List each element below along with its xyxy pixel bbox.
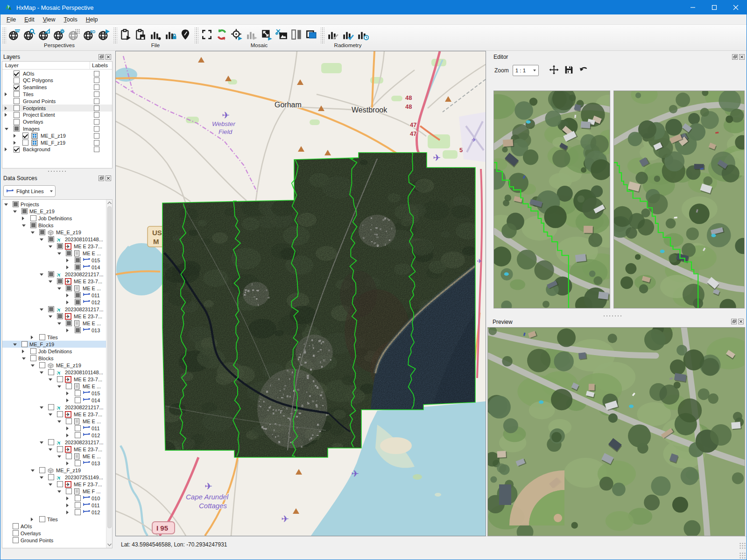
tree-row-me-e-z19[interactable]: ME_E_z19 bbox=[2, 229, 106, 236]
clipboard-play-button[interactable] bbox=[118, 28, 133, 42]
maximize-button[interactable] bbox=[704, 0, 725, 14]
tree-checkbox[interactable] bbox=[48, 271, 54, 277]
expander-icon[interactable] bbox=[57, 455, 61, 458]
expander-icon[interactable] bbox=[49, 483, 52, 486]
expander-icon[interactable] bbox=[4, 203, 8, 206]
labels-checkbox[interactable] bbox=[94, 119, 99, 125]
tree-row-012[interactable]: 012 bbox=[2, 432, 106, 439]
tree-row-010[interactable]: 010 bbox=[2, 495, 106, 502]
expander-icon[interactable] bbox=[40, 238, 43, 241]
expander-icon[interactable] bbox=[57, 385, 61, 388]
tree-checkbox[interactable] bbox=[13, 537, 19, 543]
expander-icon[interactable] bbox=[66, 301, 69, 304]
tree-row-job-definitions[interactable]: Job Definitions bbox=[2, 215, 106, 222]
tree-row-013[interactable]: 013 bbox=[2, 327, 106, 334]
labels-checkbox[interactable] bbox=[94, 133, 99, 139]
expander-icon[interactable] bbox=[49, 245, 52, 248]
tree-checkbox[interactable] bbox=[75, 264, 81, 270]
expander-icon[interactable] bbox=[49, 280, 52, 283]
preview-float-button[interactable] bbox=[731, 319, 737, 324]
expander-icon[interactable] bbox=[31, 231, 35, 234]
tree-row-me-f-z19[interactable]: ME_F_z19 bbox=[2, 467, 106, 474]
tree-row-202308221217-[interactable]: ✈202308221217... bbox=[2, 404, 106, 411]
menu-tools[interactable]: Tools bbox=[60, 15, 82, 24]
tree-row-202308221217-[interactable]: ✈202308221217... bbox=[2, 271, 106, 278]
tree-checkbox[interactable] bbox=[57, 446, 63, 452]
expander-icon[interactable] bbox=[66, 511, 69, 514]
expander-icon[interactable] bbox=[5, 113, 7, 117]
tree-checkbox[interactable] bbox=[57, 278, 63, 284]
tree-row-aois[interactable]: AOIs bbox=[2, 523, 106, 530]
tree-row-202308231217-[interactable]: ✈202308231217... bbox=[2, 306, 106, 313]
tree-row-tiles[interactable]: Tiles bbox=[2, 334, 106, 341]
expander-icon[interactable] bbox=[31, 336, 33, 339]
expander-icon[interactable] bbox=[57, 322, 61, 325]
tree-checkbox[interactable] bbox=[39, 516, 45, 522]
tree-checkbox[interactable] bbox=[57, 313, 63, 319]
chart-dot-button[interactable] bbox=[148, 28, 163, 42]
expander-icon[interactable] bbox=[66, 392, 69, 395]
tree-row-202307251149-[interactable]: ✈202307251149... bbox=[2, 474, 106, 481]
layer-checkbox[interactable] bbox=[14, 98, 20, 104]
layer-row-footprints[interactable]: Footprints bbox=[2, 105, 112, 112]
menu-edit[interactable]: Edit bbox=[20, 15, 39, 24]
tree-checkbox[interactable] bbox=[75, 432, 81, 438]
expander-icon[interactable] bbox=[5, 92, 7, 96]
target-play-button[interactable] bbox=[229, 28, 244, 42]
expander-icon[interactable] bbox=[57, 490, 61, 493]
data-sources-float-button[interactable] bbox=[99, 175, 104, 181]
expander-icon[interactable] bbox=[66, 504, 69, 507]
labels-checkbox[interactable] bbox=[94, 71, 99, 77]
globe-settings-button[interactable] bbox=[52, 28, 67, 42]
expander-icon[interactable] bbox=[22, 217, 24, 220]
expander-icon[interactable] bbox=[14, 134, 16, 138]
globe-bars-button[interactable] bbox=[7, 28, 22, 42]
tree-row-me-e-[interactable]: ME E ... bbox=[2, 418, 106, 425]
tree-row-me-e-23-7-[interactable]: ✈ME E 23-7... bbox=[2, 243, 106, 250]
tree-row-011[interactable]: 011 bbox=[2, 425, 106, 432]
tree-row-015[interactable]: 015 bbox=[2, 257, 106, 264]
expander-icon[interactable] bbox=[22, 357, 26, 360]
layer-checkbox[interactable] bbox=[14, 126, 20, 132]
tree-checkbox[interactable] bbox=[75, 390, 81, 396]
tree-row-me-e-z19[interactable]: ME_E_z19 bbox=[2, 208, 106, 215]
save-button[interactable] bbox=[564, 65, 574, 76]
chart-lock-button[interactable] bbox=[163, 28, 178, 42]
tree-checkbox[interactable] bbox=[75, 509, 81, 515]
tree-checkbox[interactable] bbox=[48, 306, 54, 312]
tree-row-me-f-z19[interactable]: ME_F_z19 bbox=[2, 341, 106, 348]
tree-row-tiles[interactable]: Tiles bbox=[2, 516, 106, 523]
layer-row-aois[interactable]: AOIs bbox=[2, 70, 112, 77]
layer-checkbox[interactable] bbox=[22, 140, 28, 146]
tree-checkbox[interactable] bbox=[75, 460, 81, 466]
tree-row-me-e-23-7-[interactable]: ✈ME E 23-7... bbox=[2, 411, 106, 418]
labels-checkbox[interactable] bbox=[94, 105, 99, 111]
expander-icon[interactable] bbox=[57, 287, 61, 290]
bars-slash-button[interactable] bbox=[325, 28, 340, 42]
pin-pen-button[interactable] bbox=[178, 28, 193, 42]
layer-row-background[interactable]: Background bbox=[2, 146, 112, 153]
tree-checkbox[interactable] bbox=[75, 425, 81, 431]
editor-image-right[interactable] bbox=[613, 91, 745, 308]
toolbar-group-handle[interactable] bbox=[113, 28, 117, 43]
tree-row-202308101148-[interactable]: ✈202308101148... bbox=[2, 369, 106, 376]
menu-view[interactable]: View bbox=[39, 15, 60, 24]
minimize-button[interactable] bbox=[682, 0, 704, 14]
menu-file[interactable]: File bbox=[2, 15, 20, 24]
tree-row-015[interactable]: 015 bbox=[2, 390, 106, 397]
bars-play-button[interactable] bbox=[244, 28, 259, 42]
expander-icon[interactable] bbox=[40, 476, 43, 479]
resize-grip[interactable] bbox=[739, 542, 746, 549]
layer-row-ground-points[interactable]: Ground Points bbox=[2, 98, 112, 105]
tree-checkbox[interactable] bbox=[13, 530, 19, 536]
globe-measure-button[interactable] bbox=[37, 28, 52, 42]
globe-search-button[interactable] bbox=[22, 28, 37, 42]
tree-row-me-e-[interactable]: ME E ... bbox=[2, 250, 106, 257]
expander-icon[interactable] bbox=[66, 266, 69, 269]
tree-checkbox[interactable] bbox=[39, 229, 45, 235]
tree-checkbox[interactable] bbox=[13, 201, 19, 207]
expander-icon[interactable] bbox=[22, 224, 26, 227]
expander-icon[interactable] bbox=[66, 259, 69, 262]
layers-float-button[interactable] bbox=[99, 54, 104, 60]
tree-checkbox[interactable] bbox=[39, 334, 45, 340]
